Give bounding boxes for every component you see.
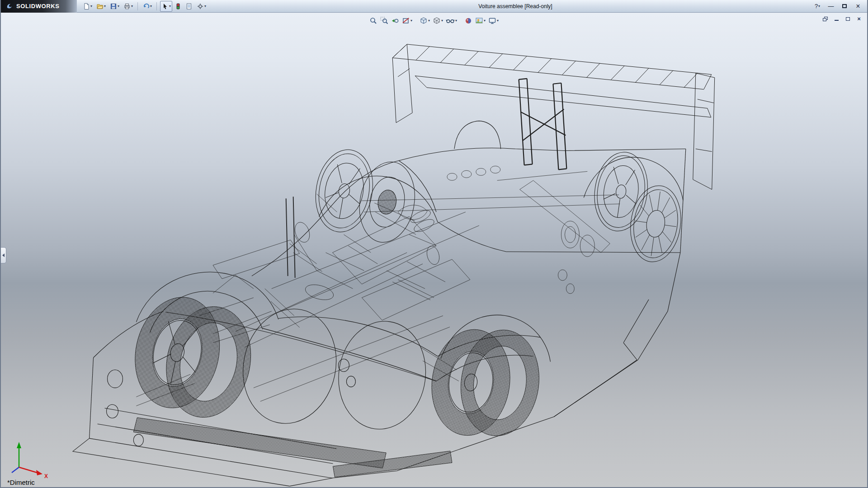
view-orientation-button[interactable]: ▾ [419, 15, 431, 26]
document-window-controls: × [821, 15, 863, 22]
dropdown-arrow-icon: ▾ [484, 19, 486, 23]
dropdown-arrow-icon: ▾ [104, 5, 106, 8]
edit-appearance-button[interactable] [463, 15, 473, 26]
help-button[interactable]: ? ▾ [813, 2, 822, 11]
dropdown-arrow-icon: ▾ [118, 5, 119, 8]
dropdown-arrow-icon: ▾ [410, 19, 412, 23]
dropdown-arrow-icon: ▾ [204, 5, 206, 8]
print-icon [123, 3, 131, 10]
view-orientation-label: *Dimetric [7, 479, 35, 486]
dropdown-arrow-icon: ▾ [455, 19, 457, 23]
dropdown-arrow-icon: ▾ [169, 5, 171, 8]
select-button[interactable]: ▾ [160, 1, 172, 12]
zoom-to-fit-button[interactable] [368, 15, 378, 26]
brand-name: SOLIDWORKS [16, 3, 60, 9]
component-wheel-front-left[interactable] [124, 289, 261, 425]
toolbar-separator [156, 2, 157, 10]
minimize-icon [835, 17, 839, 21]
dropdown-arrow-icon: ▾ [428, 19, 430, 23]
x-axis-arrow [36, 470, 42, 475]
dassault-logo-icon [5, 2, 14, 10]
component-rear-wing[interactable] [392, 44, 715, 189]
print-button[interactable]: ▾ [122, 1, 134, 12]
previous-view-button[interactable] [390, 15, 400, 26]
hide-show-items-button[interactable]: ▾ [445, 15, 458, 26]
view-settings-button[interactable]: ▾ [487, 15, 500, 26]
apply-scene-button[interactable]: ▾ [474, 15, 486, 26]
view-settings-monitor-icon [488, 17, 496, 25]
hide-show-glasses-icon [446, 17, 455, 25]
doc-restore-button[interactable] [821, 15, 829, 22]
y-axis-arrow [17, 442, 21, 448]
maximize-icon [842, 4, 847, 8]
restore-icon [823, 17, 828, 21]
save-floppy-icon [110, 3, 117, 10]
undo-button[interactable]: ▾ [141, 1, 153, 12]
view-orientation-cube-icon [420, 17, 428, 25]
apply-scene-icon [475, 17, 483, 25]
display-style-wireframe-icon [433, 17, 441, 25]
doc-minimize-button[interactable] [833, 15, 840, 22]
x-axis-label: X [44, 473, 48, 479]
solidworks-window: SOLIDWORKS ▾ ▾ ▾ [0, 0, 868, 488]
maximize-icon [846, 17, 850, 21]
minimize-button[interactable]: — [826, 2, 835, 11]
dropdown-arrow-icon: ▾ [497, 19, 499, 23]
wing-pylons [519, 79, 567, 170]
previous-view-icon [391, 17, 399, 25]
maximize-button[interactable] [840, 2, 849, 11]
solidworks-logo: SOLIDWORKS [1, 0, 77, 13]
component-wheel-rear-left[interactable] [309, 145, 421, 247]
rebuild-button[interactable] [174, 1, 183, 12]
dropdown-arrow-icon: ▾ [150, 5, 152, 8]
minimize-icon: — [828, 3, 834, 9]
new-document-button[interactable]: ▾ [81, 1, 94, 12]
component-floor-mesh[interactable] [133, 418, 452, 477]
dropdown-arrow-icon: ▾ [441, 19, 443, 23]
zoom-to-area-button[interactable] [379, 15, 389, 26]
dropdown-arrow-icon: ▾ [818, 5, 820, 8]
options-gear-icon [197, 3, 204, 10]
edit-appearance-sphere-icon [464, 17, 472, 25]
car-wireframe-model[interactable] [1, 13, 867, 487]
window-controls: ? ▾ — × [813, 2, 867, 11]
main-toolbar: ▾ ▾ ▾ ▾ [81, 1, 208, 12]
graphics-viewport[interactable]: ▾ ▾ ▾ ▾ [1, 13, 867, 487]
section-view-button[interactable]: ▾ [401, 15, 413, 26]
undo-icon [142, 3, 150, 10]
featuremanager-expand-tab[interactable] [1, 247, 6, 263]
file-properties-icon [185, 3, 193, 10]
doc-close-button[interactable]: × [855, 15, 863, 22]
window-title: Voiture assemblee [Read-only] [478, 3, 552, 9]
rebuild-traffic-light-icon [175, 3, 181, 10]
component-wheel-rear-right[interactable] [586, 149, 689, 265]
section-view-icon [402, 17, 410, 25]
options-button[interactable]: ▾ [195, 1, 208, 12]
display-style-button[interactable]: ▾ [432, 15, 444, 26]
close-button[interactable]: × [854, 2, 863, 11]
new-document-icon [83, 3, 90, 10]
title-bar: SOLIDWORKS ▾ ▾ ▾ [1, 0, 867, 13]
open-button[interactable]: ▾ [95, 1, 107, 12]
close-icon: × [857, 15, 861, 22]
open-folder-icon [96, 3, 104, 10]
doc-maximize-button[interactable] [844, 15, 851, 22]
dropdown-arrow-icon: ▾ [90, 5, 92, 8]
select-cursor-icon [161, 3, 169, 10]
zoom-to-fit-icon [369, 17, 377, 25]
dropdown-arrow-icon: ▾ [131, 5, 133, 8]
z-axis-line [12, 467, 19, 473]
toolbar-separator [137, 2, 138, 10]
zoom-to-area-icon [380, 17, 388, 25]
close-icon: × [856, 2, 860, 10]
file-properties-button[interactable] [184, 1, 194, 12]
heads-up-view-toolbar: ▾ ▾ ▾ ▾ [368, 15, 500, 26]
chevron-left-icon [2, 253, 5, 257]
help-icon: ? [815, 3, 818, 9]
reference-triad: X [5, 438, 54, 480]
save-button[interactable]: ▾ [108, 1, 121, 12]
